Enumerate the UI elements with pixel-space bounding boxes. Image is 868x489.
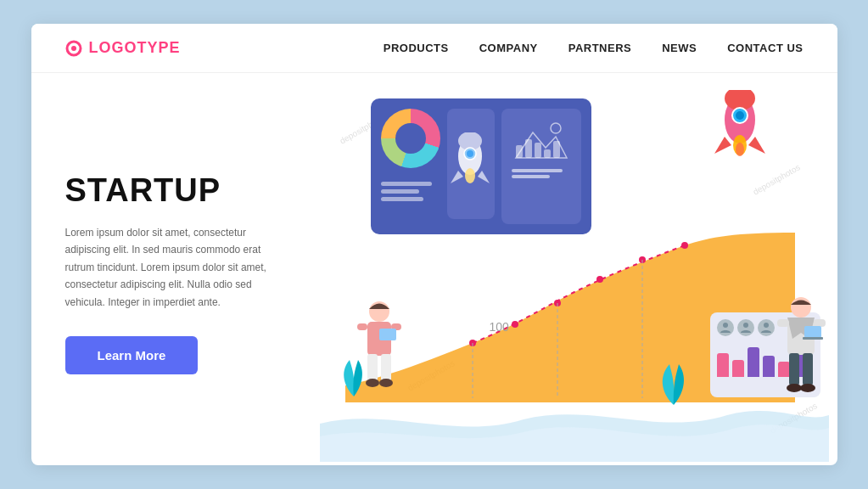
stats-card (501, 109, 581, 224)
svg-marker-6 (714, 137, 731, 154)
svg-rect-51 (803, 337, 823, 340)
svg-rect-40 (379, 329, 396, 340)
avatar-2 (737, 319, 754, 336)
svg-point-55 (800, 384, 815, 392)
stats-bar-1 (512, 169, 563, 172)
svg-point-35 (764, 323, 769, 328)
svg-point-33 (723, 323, 728, 328)
avatar-1 (717, 319, 734, 336)
svg-rect-42 (381, 354, 391, 381)
main-content: STARTUP Lorem ipsum dolor sit amet, cons… (31, 73, 837, 465)
svg-rect-50 (804, 326, 821, 338)
logo-text: LOGOTYPE (89, 39, 181, 57)
rocket-mini-card (447, 109, 495, 219)
svg-rect-19 (516, 145, 523, 158)
svg-point-5 (736, 111, 744, 120)
svg-rect-20 (525, 139, 532, 158)
svg-rect-49 (814, 319, 826, 327)
nav-item-partners[interactable]: PARTNERS (568, 42, 632, 54)
svg-point-13 (467, 150, 473, 157)
svg-point-44 (379, 379, 393, 387)
chart-left (381, 109, 440, 224)
svg-point-27 (596, 276, 603, 283)
learn-more-button[interactable]: Learn More (65, 336, 199, 374)
left-section: STARTUP Lorem ipsum dolor sit amet, cons… (31, 73, 320, 465)
ground-wave (320, 398, 837, 465)
right-section: depositphotos depositphotos depositphoto… (320, 73, 837, 465)
analytics-bar-2 (732, 360, 744, 377)
svg-marker-15 (478, 171, 490, 183)
svg-point-18 (551, 123, 561, 133)
chart-line-2 (381, 189, 419, 194)
svg-point-54 (787, 384, 802, 392)
svg-point-29 (681, 242, 688, 249)
nav-item-contact[interactable]: CONTACT US (727, 42, 803, 54)
chart-lines (381, 182, 440, 201)
rocket-flying (710, 90, 770, 161)
svg-rect-52 (789, 353, 799, 385)
presentation-card (371, 98, 591, 234)
svg-rect-53 (803, 353, 813, 385)
svg-point-25 (512, 321, 518, 328)
watermark-2: depositphotos (752, 162, 802, 197)
leaf-left (337, 356, 371, 402)
hero-description: Lorem ipsum dolor sit amet, consectetur … (65, 224, 286, 311)
donut-hole (395, 123, 426, 154)
nav-item-news[interactable]: NEWS (662, 42, 697, 54)
svg-marker-14 (451, 171, 463, 183)
analytics-bar-4 (763, 356, 775, 377)
nav: PRODUCTS COMPANY PARTNERS NEWS CONTACT U… (384, 42, 804, 54)
hero-title: STARTUP (65, 172, 286, 209)
logo-icon (65, 40, 82, 57)
svg-rect-23 (553, 141, 560, 158)
chart-line-1 (381, 182, 432, 186)
avatar-3 (758, 319, 775, 336)
svg-rect-48 (777, 319, 789, 327)
label-100: 100 (490, 320, 509, 334)
analytics-bar-1 (717, 353, 729, 377)
svg-point-34 (743, 323, 748, 328)
chart-line-3 (381, 197, 423, 201)
donut-chart (381, 109, 440, 168)
svg-rect-22 (544, 149, 551, 158)
logo-area: LOGOTYPE (65, 39, 181, 57)
illustration-container: depositphotos depositphotos depositphoto… (320, 73, 837, 465)
svg-rect-38 (357, 323, 367, 330)
page-wrapper: LOGOTYPE PRODUCTS COMPANY PARTNERS NEWS … (31, 24, 837, 465)
svg-point-16 (465, 168, 475, 183)
svg-rect-21 (535, 143, 541, 158)
nav-item-products[interactable]: PRODUCTS (384, 42, 449, 54)
person-right (774, 292, 829, 406)
nav-item-company[interactable]: COMPANY (479, 42, 538, 54)
stats-bar-2 (512, 175, 550, 178)
svg-point-9 (736, 143, 744, 156)
header: LOGOTYPE PRODUCTS COMPANY PARTNERS NEWS … (31, 24, 837, 73)
svg-point-1 (71, 46, 76, 51)
svg-marker-7 (748, 137, 765, 154)
analytics-bar-3 (748, 347, 759, 377)
